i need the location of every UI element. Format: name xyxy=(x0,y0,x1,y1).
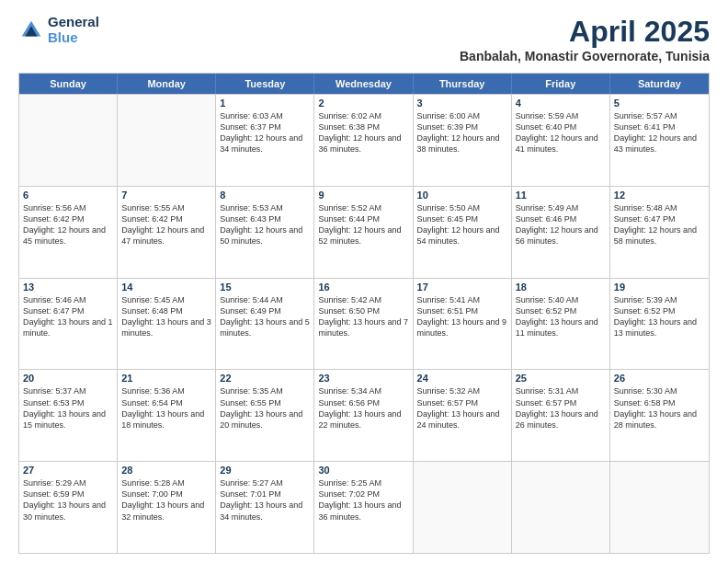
cell-w3-d7: 19Sunrise: 5:39 AMSunset: 6:52 PMDayligh… xyxy=(610,279,709,370)
cell-w1-d6: 4Sunrise: 5:59 AMSunset: 6:40 PMDaylight… xyxy=(512,95,610,186)
cell-w2-d4: 9Sunrise: 5:52 AMSunset: 6:44 PMDaylight… xyxy=(314,187,413,278)
sunset-text: Sunset: 6:48 PM xyxy=(121,305,211,316)
header-wednesday: Wednesday xyxy=(314,74,413,94)
sunset-text: Sunset: 6:59 PM xyxy=(23,488,113,500)
week-row-3: 13Sunrise: 5:46 AMSunset: 6:47 PMDayligh… xyxy=(19,278,709,370)
sunset-text: Sunset: 7:00 PM xyxy=(121,488,211,500)
cell-w2-d3: 8Sunrise: 5:53 AMSunset: 6:43 PMDaylight… xyxy=(216,187,314,278)
cell-w4-d5: 24Sunrise: 5:32 AMSunset: 6:57 PMDayligh… xyxy=(414,370,512,461)
sunset-text: Sunset: 7:01 PM xyxy=(220,488,310,500)
calendar-body: 1Sunrise: 6:03 AMSunset: 6:37 PMDaylight… xyxy=(19,94,709,553)
daylight-text: Daylight: 12 hours and 41 minutes. xyxy=(516,132,606,155)
day-number: 11 xyxy=(516,190,606,201)
sunrise-text: Sunrise: 5:37 AM xyxy=(23,385,113,396)
day-number: 5 xyxy=(614,98,705,109)
cell-w3-d2: 14Sunrise: 5:45 AMSunset: 6:48 PMDayligh… xyxy=(118,279,216,370)
day-number: 29 xyxy=(220,465,310,476)
daylight-text: Daylight: 13 hours and 28 minutes. xyxy=(614,408,705,431)
sunset-text: Sunset: 6:57 PM xyxy=(417,397,507,408)
day-number: 18 xyxy=(516,282,606,293)
sunrise-text: Sunrise: 6:03 AM xyxy=(220,110,310,121)
cell-w1-d7: 5Sunrise: 5:57 AMSunset: 6:41 PMDaylight… xyxy=(610,95,709,186)
cell-w5-d7 xyxy=(610,462,709,553)
page: General Blue April 2025 Banbalah, Monast… xyxy=(0,0,728,563)
title-block: April 2025 Banbalah, Monastir Governorat… xyxy=(460,15,710,63)
cell-w5-d6 xyxy=(512,462,610,553)
day-number: 20 xyxy=(23,373,113,384)
day-number: 12 xyxy=(614,190,705,201)
daylight-text: Daylight: 13 hours and 15 minutes. xyxy=(23,408,113,431)
sunrise-text: Sunrise: 5:31 AM xyxy=(516,385,606,396)
sunrise-text: Sunrise: 6:02 AM xyxy=(318,110,408,121)
sunrise-text: Sunrise: 5:27 AM xyxy=(220,477,310,488)
logo-icon xyxy=(18,17,44,43)
day-number: 15 xyxy=(220,282,310,293)
day-number: 17 xyxy=(417,282,507,293)
sunrise-text: Sunrise: 5:25 AM xyxy=(318,477,408,488)
daylight-text: Daylight: 13 hours and 13 minutes. xyxy=(614,316,705,339)
sunrise-text: Sunrise: 6:00 AM xyxy=(417,110,507,121)
sunset-text: Sunset: 6:38 PM xyxy=(318,121,408,132)
day-number: 30 xyxy=(318,465,408,476)
daylight-text: Daylight: 12 hours and 58 minutes. xyxy=(614,224,705,247)
cell-w2-d2: 7Sunrise: 5:55 AMSunset: 6:42 PMDaylight… xyxy=(118,187,216,278)
cell-w5-d3: 29Sunrise: 5:27 AMSunset: 7:01 PMDayligh… xyxy=(216,462,314,553)
sunrise-text: Sunrise: 5:57 AM xyxy=(614,110,705,121)
sunset-text: Sunset: 6:41 PM xyxy=(614,121,705,132)
sunset-text: Sunset: 6:57 PM xyxy=(516,397,606,408)
cell-w5-d4: 30Sunrise: 5:25 AMSunset: 7:02 PMDayligh… xyxy=(314,462,413,553)
day-number: 6 xyxy=(23,190,113,201)
sunrise-text: Sunrise: 5:39 AM xyxy=(614,294,705,305)
daylight-text: Daylight: 13 hours and 9 minutes. xyxy=(417,316,507,339)
day-number: 25 xyxy=(516,373,606,384)
sunrise-text: Sunrise: 5:35 AM xyxy=(220,385,310,396)
cell-w3-d5: 17Sunrise: 5:41 AMSunset: 6:51 PMDayligh… xyxy=(414,279,512,370)
sunrise-text: Sunrise: 5:53 AM xyxy=(220,202,310,213)
sunset-text: Sunset: 6:42 PM xyxy=(23,213,113,224)
day-number: 28 xyxy=(121,465,211,476)
sunrise-text: Sunrise: 5:48 AM xyxy=(614,202,705,213)
daylight-text: Daylight: 13 hours and 26 minutes. xyxy=(516,408,606,431)
cell-w1-d3: 1Sunrise: 6:03 AMSunset: 6:37 PMDaylight… xyxy=(216,95,314,186)
header-tuesday: Tuesday xyxy=(216,74,314,94)
cell-w2-d5: 10Sunrise: 5:50 AMSunset: 6:45 PMDayligh… xyxy=(414,187,512,278)
sunset-text: Sunset: 6:44 PM xyxy=(318,213,408,224)
daylight-text: Daylight: 12 hours and 47 minutes. xyxy=(121,224,211,247)
cell-w3-d6: 18Sunrise: 5:40 AMSunset: 6:52 PMDayligh… xyxy=(512,279,610,370)
day-number: 19 xyxy=(614,282,705,293)
sunset-text: Sunset: 6:40 PM xyxy=(516,121,606,132)
cell-w2-d6: 11Sunrise: 5:49 AMSunset: 6:46 PMDayligh… xyxy=(512,187,610,278)
week-row-1: 1Sunrise: 6:03 AMSunset: 6:37 PMDaylight… xyxy=(19,94,709,186)
daylight-text: Daylight: 12 hours and 45 minutes. xyxy=(23,224,113,247)
daylight-text: Daylight: 12 hours and 56 minutes. xyxy=(516,224,606,247)
sunrise-text: Sunrise: 5:45 AM xyxy=(121,294,211,305)
daylight-text: Daylight: 12 hours and 43 minutes. xyxy=(614,132,705,155)
cell-w3-d1: 13Sunrise: 5:46 AMSunset: 6:47 PMDayligh… xyxy=(19,279,118,370)
sunset-text: Sunset: 6:56 PM xyxy=(318,397,408,408)
header-thursday: Thursday xyxy=(414,74,512,94)
sunrise-text: Sunrise: 5:55 AM xyxy=(121,202,211,213)
cell-w4-d7: 26Sunrise: 5:30 AMSunset: 6:58 PMDayligh… xyxy=(610,370,709,461)
sunset-text: Sunset: 6:53 PM xyxy=(23,397,113,408)
sunset-text: Sunset: 6:52 PM xyxy=(614,305,705,316)
logo-text: General Blue xyxy=(48,15,99,45)
daylight-text: Daylight: 12 hours and 38 minutes. xyxy=(417,132,507,155)
sunrise-text: Sunrise: 5:36 AM xyxy=(121,385,211,396)
cell-w1-d2 xyxy=(118,95,216,186)
cell-w3-d3: 15Sunrise: 5:44 AMSunset: 6:49 PMDayligh… xyxy=(216,279,314,370)
sunset-text: Sunset: 6:55 PM xyxy=(220,397,310,408)
daylight-text: Daylight: 12 hours and 36 minutes. xyxy=(318,132,408,155)
header-friday: Friday xyxy=(512,74,610,94)
day-number: 7 xyxy=(121,190,211,201)
cell-w4-d2: 21Sunrise: 5:36 AMSunset: 6:54 PMDayligh… xyxy=(118,370,216,461)
sunrise-text: Sunrise: 5:52 AM xyxy=(318,202,408,213)
sunrise-text: Sunrise: 5:30 AM xyxy=(614,385,705,396)
daylight-text: Daylight: 13 hours and 3 minutes. xyxy=(121,316,211,339)
week-row-4: 20Sunrise: 5:37 AMSunset: 6:53 PMDayligh… xyxy=(19,369,709,461)
sunrise-text: Sunrise: 5:41 AM xyxy=(417,294,507,305)
daylight-text: Daylight: 13 hours and 18 minutes. xyxy=(121,408,211,431)
day-number: 8 xyxy=(220,190,310,201)
day-number: 22 xyxy=(220,373,310,384)
header-monday: Monday xyxy=(118,74,216,94)
sunrise-text: Sunrise: 5:49 AM xyxy=(516,202,606,213)
